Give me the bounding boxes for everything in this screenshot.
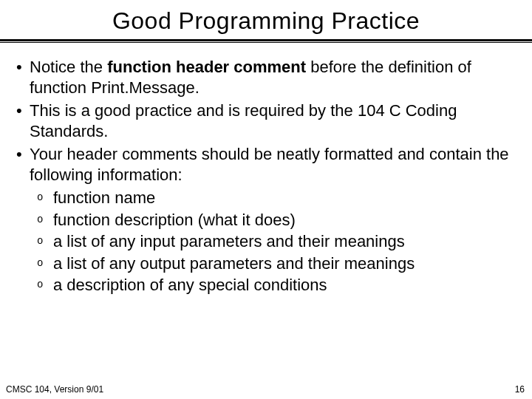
sub-bullet-icon: o: [37, 253, 53, 274]
text-bold: function header comment: [107, 58, 306, 76]
bullet-item: • Notice the function header comment bef…: [16, 57, 516, 98]
sub-bullet-item: o function name: [37, 188, 516, 208]
bullet-item: • Your header comments should be neatly …: [16, 144, 516, 185]
sub-bullet-text: a description of any special conditions: [53, 275, 516, 296]
bullet-item: • This is a good practice and is require…: [16, 100, 516, 141]
sub-bullet-text: function name: [53, 188, 516, 208]
bullet-text: This is a good practice and is required …: [30, 100, 516, 141]
bullet-text: Notice the function header comment befor…: [30, 57, 516, 98]
sub-bullet-item: o a description of any special condition…: [37, 275, 516, 296]
bullet-dot-icon: •: [16, 144, 30, 185]
slide-title: Good Programming Practice: [0, 0, 532, 39]
slide: Good Programming Practice • Notice the f…: [0, 0, 532, 399]
bullet-text: Your header comments should be neatly fo…: [30, 144, 516, 185]
sub-bullet-item: o function description (what it does): [37, 210, 516, 231]
title-divider: [0, 39, 532, 44]
sub-bullet-text: a list of any output parameters and thei…: [53, 253, 516, 274]
sub-bullet-item: o a list of any output parameters and th…: [37, 253, 516, 274]
sub-bullet-icon: o: [37, 231, 53, 252]
slide-body: • Notice the function header comment bef…: [0, 44, 532, 296]
sub-bullet-icon: o: [37, 210, 53, 231]
sub-bullet-icon: o: [37, 188, 53, 208]
footer-left: CMSC 104, Version 9/01: [6, 384, 103, 395]
slide-number: 16: [515, 384, 525, 395]
text-run: Notice the: [30, 58, 107, 76]
sub-bullet-item: o a list of any input parameters and the…: [37, 231, 516, 252]
sub-bullet-icon: o: [37, 275, 53, 296]
bullet-dot-icon: •: [16, 57, 30, 98]
sub-bullet-text: a list of any input parameters and their…: [53, 231, 516, 252]
sub-bullet-text: function description (what it does): [53, 210, 516, 231]
bullet-dot-icon: •: [16, 100, 30, 141]
